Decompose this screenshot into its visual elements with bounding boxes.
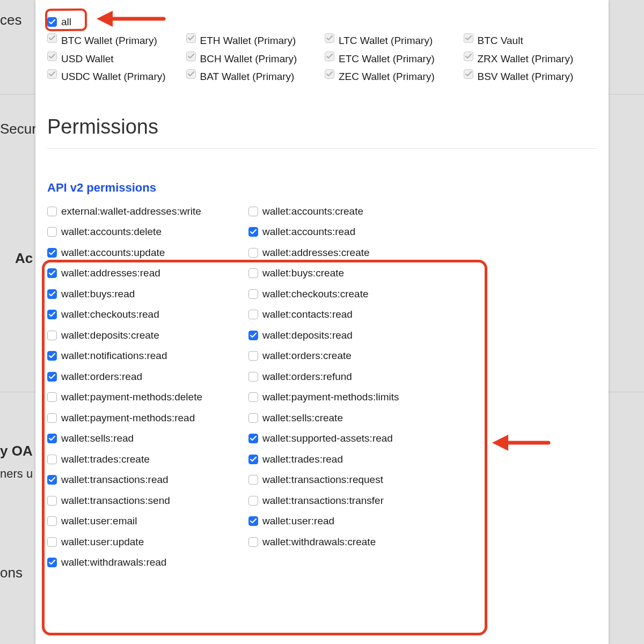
checkbox[interactable] bbox=[248, 475, 258, 485]
permission-item[interactable]: wallet:orders:refund bbox=[248, 368, 444, 386]
checkbox[interactable] bbox=[248, 310, 258, 319]
checkbox[interactable] bbox=[464, 52, 473, 61]
checkbox[interactable] bbox=[248, 496, 258, 506]
checkbox-all[interactable] bbox=[47, 17, 57, 27]
checkbox[interactable] bbox=[47, 69, 57, 79]
permission-item[interactable]: wallet:addresses:read bbox=[47, 264, 243, 283]
checkbox[interactable] bbox=[248, 227, 258, 237]
checkbox[interactable] bbox=[248, 207, 258, 216]
account-item[interactable]: BCH Wallet (Primary) bbox=[186, 52, 320, 67]
account-all-row[interactable]: all bbox=[47, 16, 597, 28]
permission-item[interactable]: wallet:orders:create bbox=[248, 347, 444, 365]
checkbox[interactable] bbox=[248, 372, 258, 382]
checkbox[interactable] bbox=[248, 351, 258, 361]
permission-item[interactable]: wallet:checkouts:create bbox=[248, 285, 444, 304]
permission-item[interactable]: wallet:user:read bbox=[248, 512, 444, 531]
account-item[interactable]: LTC Wallet (Primary) bbox=[325, 33, 458, 48]
checkbox[interactable] bbox=[464, 69, 473, 79]
account-label: BTC Wallet (Primary) bbox=[61, 33, 157, 48]
checkbox[interactable] bbox=[47, 516, 57, 526]
account-item[interactable]: USDC Wallet (Primary) bbox=[47, 69, 181, 84]
permission-item[interactable]: wallet:payment-methods:delete bbox=[47, 388, 243, 407]
permission-item[interactable]: wallet:user:update bbox=[47, 533, 243, 552]
checkbox[interactable] bbox=[325, 52, 334, 61]
permission-item[interactable]: wallet:payment-methods:read bbox=[47, 409, 243, 428]
permission-item[interactable]: wallet:notifications:read bbox=[47, 347, 243, 365]
checkbox[interactable] bbox=[47, 434, 57, 443]
checkbox[interactable] bbox=[248, 413, 258, 423]
permission-item[interactable]: wallet:sells:create bbox=[248, 409, 444, 428]
permission-item[interactable]: wallet:payment-methods:limits bbox=[248, 388, 444, 407]
account-item[interactable]: ZEC Wallet (Primary) bbox=[325, 69, 458, 84]
account-item[interactable]: ETH Wallet (Primary) bbox=[186, 33, 320, 48]
bg-text: y OA bbox=[0, 443, 33, 459]
checkbox[interactable] bbox=[47, 455, 57, 464]
account-item[interactable]: BTC Vault bbox=[464, 33, 597, 48]
permission-item[interactable]: wallet:withdrawals:create bbox=[248, 533, 444, 552]
checkbox[interactable] bbox=[47, 227, 57, 237]
checkbox[interactable] bbox=[47, 372, 57, 382]
permission-item[interactable]: wallet:transactions:transfer bbox=[248, 492, 444, 510]
permission-item[interactable]: wallet:buys:read bbox=[47, 285, 243, 304]
permission-item[interactable]: wallet:addresses:create bbox=[248, 244, 444, 262]
account-item[interactable]: BTC Wallet (Primary) bbox=[47, 33, 181, 48]
checkbox[interactable] bbox=[248, 516, 258, 526]
checkbox[interactable] bbox=[248, 289, 258, 299]
checkbox[interactable] bbox=[47, 475, 57, 485]
permission-item[interactable]: wallet:withdrawals:read bbox=[47, 553, 243, 572]
permission-item[interactable]: wallet:accounts:update bbox=[47, 244, 243, 262]
permission-item[interactable]: wallet:trades:read bbox=[248, 450, 444, 469]
account-item[interactable]: BSV Wallet (Primary) bbox=[464, 69, 597, 84]
account-item[interactable]: USD Wallet bbox=[47, 52, 181, 67]
checkbox[interactable] bbox=[248, 537, 258, 547]
checkbox[interactable] bbox=[186, 69, 196, 79]
checkbox[interactable] bbox=[464, 33, 473, 43]
permission-item[interactable]: wallet:buys:create bbox=[248, 264, 444, 283]
permission-item[interactable]: wallet:transactions:send bbox=[47, 492, 243, 510]
checkbox[interactable] bbox=[47, 351, 57, 361]
permission-item[interactable]: wallet:checkouts:read bbox=[47, 305, 243, 324]
checkbox[interactable] bbox=[325, 33, 334, 43]
checkbox[interactable] bbox=[248, 248, 258, 258]
checkbox[interactable] bbox=[47, 331, 57, 340]
checkbox[interactable] bbox=[248, 268, 258, 278]
permission-item[interactable]: wallet:user:email bbox=[47, 512, 243, 531]
checkbox[interactable] bbox=[47, 537, 57, 547]
permission-label: wallet:user:read bbox=[262, 514, 334, 529]
checkbox[interactable] bbox=[47, 413, 57, 423]
checkbox[interactable] bbox=[47, 289, 57, 299]
permission-item[interactable]: wallet:deposits:read bbox=[248, 326, 444, 345]
checkbox[interactable] bbox=[248, 455, 258, 464]
checkbox[interactable] bbox=[186, 52, 196, 61]
checkbox[interactable] bbox=[248, 392, 258, 402]
checkbox[interactable] bbox=[47, 248, 57, 258]
permission-item[interactable]: wallet:sells:read bbox=[47, 429, 243, 448]
permission-item[interactable]: wallet:accounts:delete bbox=[47, 223, 243, 241]
checkbox[interactable] bbox=[47, 310, 57, 319]
checkbox[interactable] bbox=[248, 331, 258, 340]
checkbox[interactable] bbox=[47, 33, 57, 43]
permission-item[interactable]: wallet:supported-assets:read bbox=[248, 429, 444, 448]
checkbox[interactable] bbox=[47, 207, 57, 216]
permission-item[interactable]: wallet:deposits:create bbox=[47, 326, 243, 345]
checkbox[interactable] bbox=[47, 392, 57, 402]
checkbox[interactable] bbox=[186, 33, 196, 43]
permission-item[interactable]: wallet:accounts:create bbox=[248, 202, 444, 221]
permission-item[interactable]: wallet:transactions:read bbox=[47, 471, 243, 489]
checkbox[interactable] bbox=[47, 496, 57, 506]
checkbox[interactable] bbox=[47, 558, 57, 567]
permission-item[interactable]: wallet:transactions:request bbox=[248, 471, 444, 489]
account-item[interactable]: BAT Wallet (Primary) bbox=[186, 69, 320, 84]
permission-item[interactable]: wallet:orders:read bbox=[47, 368, 243, 386]
checkbox[interactable] bbox=[47, 52, 57, 61]
account-label: USD Wallet bbox=[61, 52, 113, 67]
account-item[interactable]: ZRX Wallet (Primary) bbox=[464, 52, 597, 67]
account-item[interactable]: ETC Wallet (Primary) bbox=[325, 52, 458, 67]
permission-item[interactable]: wallet:contacts:read bbox=[248, 305, 444, 324]
checkbox[interactable] bbox=[248, 434, 258, 443]
permission-item[interactable]: wallet:accounts:read bbox=[248, 223, 444, 241]
checkbox[interactable] bbox=[47, 268, 57, 278]
permission-item[interactable]: wallet:trades:create bbox=[47, 450, 243, 469]
checkbox[interactable] bbox=[325, 69, 334, 79]
permission-item[interactable]: external:wallet-addresses:write bbox=[47, 202, 243, 221]
